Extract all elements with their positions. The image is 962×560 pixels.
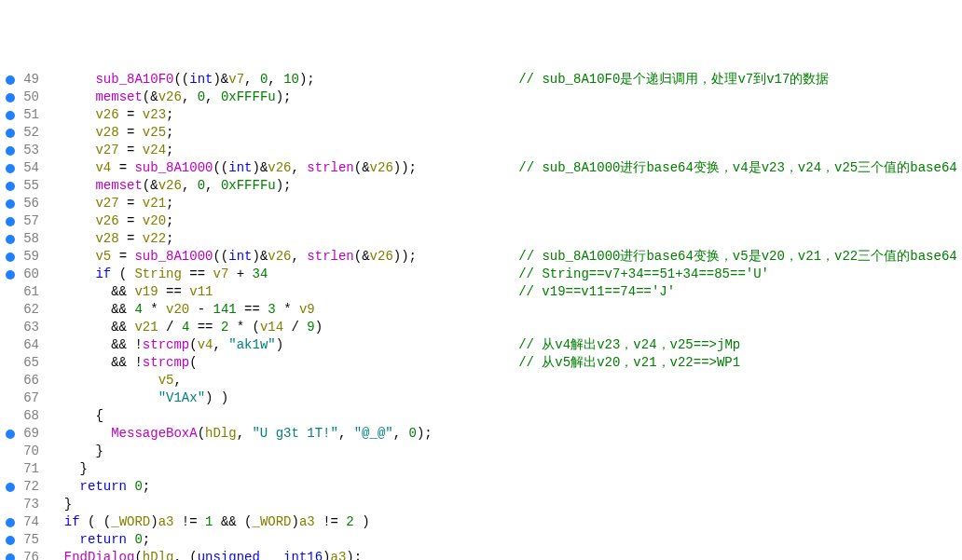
line-number-row: 69 — [0, 425, 45, 443]
line-number: 70 — [21, 443, 39, 460]
line-number-row: 56 — [0, 195, 45, 212]
line-number: 49 — [21, 71, 39, 89]
code-line[interactable]: v4 = sub_8A1000((int)&v26, strlen(&v26))… — [48, 159, 962, 177]
code-line[interactable]: v28 = v22; — [48, 230, 962, 248]
breakpoint-marker[interactable] — [6, 235, 15, 244]
code-line[interactable]: { — [48, 407, 962, 425]
code-line[interactable]: v28 = v25; — [48, 124, 962, 142]
line-number-row: 76 — [0, 549, 45, 560]
line-number: 72 — [21, 478, 39, 496]
line-number-row: 59 — [0, 248, 45, 266]
code-line[interactable]: MessageBoxA(hDlg, "U g3t 1T!", "@_@", 0)… — [48, 425, 962, 443]
line-number: 61 — [21, 283, 39, 301]
code-line[interactable]: "V1Ax") ) — [48, 389, 962, 407]
breakpoint-marker — [6, 341, 15, 350]
code-line[interactable]: v5, — [48, 372, 962, 389]
line-number-row: 63 — [0, 319, 45, 336]
breakpoint-marker — [6, 394, 15, 403]
breakpoint-marker[interactable] — [6, 483, 15, 492]
breakpoint-marker — [6, 306, 15, 315]
line-number-row: 75 — [0, 531, 45, 549]
line-number-row: 61 — [0, 283, 45, 301]
code-line[interactable]: v27 = v21; — [48, 195, 962, 212]
code-line[interactable]: sub_8A10F0((int)&v7, 0, 10); // sub_8A10… — [48, 71, 962, 89]
line-number: 75 — [21, 531, 39, 549]
line-number: 68 — [21, 407, 39, 425]
line-number-row: 53 — [0, 142, 45, 159]
breakpoint-marker[interactable] — [6, 270, 15, 280]
line-number-row: 58 — [0, 230, 45, 248]
breakpoint-marker[interactable] — [6, 553, 15, 561]
line-number-row: 68 — [0, 407, 45, 425]
code-editor[interactable]: 4950515253545556575859606162636465666768… — [0, 71, 962, 560]
line-number: 73 — [21, 496, 39, 513]
line-number-row: 50 — [0, 89, 45, 106]
code-line[interactable]: v5 = sub_8A1000((int)&v26, strlen(&v26))… — [48, 248, 962, 266]
code-line[interactable]: && 4 * v20 - 141 == 3 * v9 — [48, 301, 962, 319]
line-number-row: 60 — [0, 266, 45, 283]
line-number-row: 51 — [0, 106, 45, 124]
line-number: 69 — [21, 425, 39, 443]
line-number: 65 — [21, 354, 39, 372]
line-number: 62 — [21, 301, 39, 319]
breakpoint-marker[interactable] — [6, 217, 15, 226]
breakpoint-marker[interactable] — [6, 93, 15, 102]
breakpoint-marker[interactable] — [6, 199, 15, 209]
breakpoint-marker[interactable] — [6, 146, 15, 156]
line-number: 71 — [21, 460, 39, 478]
breakpoint-marker — [6, 376, 15, 386]
line-number: 53 — [21, 142, 39, 159]
line-number-row: 74 — [0, 513, 45, 531]
line-number: 59 — [21, 248, 39, 266]
breakpoint-marker[interactable] — [6, 75, 15, 85]
line-number: 60 — [21, 266, 39, 283]
code-area[interactable]: sub_8A10F0((int)&v7, 0, 10); // sub_8A10… — [45, 71, 962, 560]
breakpoint-marker — [6, 447, 15, 457]
line-number: 64 — [21, 336, 39, 354]
line-number: 74 — [21, 513, 39, 531]
breakpoint-marker[interactable] — [6, 164, 15, 173]
line-number-row: 49 — [0, 71, 45, 89]
line-number: 55 — [21, 177, 39, 195]
line-number: 51 — [21, 106, 39, 124]
line-number-row: 54 — [0, 159, 45, 177]
line-number-row: 70 — [0, 443, 45, 460]
code-line[interactable]: } — [48, 496, 962, 513]
breakpoint-marker[interactable] — [6, 536, 15, 545]
code-line[interactable]: if ( (_WORD)a3 != 1 && (_WORD)a3 != 2 ) — [48, 513, 962, 531]
code-line[interactable]: && v19 == v11 // v19==v11==74=='J' — [48, 283, 962, 301]
code-line[interactable]: EndDialog(hDlg, (unsigned __int16)a3); — [48, 549, 962, 560]
code-line[interactable]: memset(&v26, 0, 0xFFFFu); — [48, 177, 962, 195]
breakpoint-marker[interactable] — [6, 182, 15, 191]
code-line[interactable]: } — [48, 443, 962, 460]
line-number-row: 73 — [0, 496, 45, 513]
line-number-row: 52 — [0, 124, 45, 142]
line-number: 50 — [21, 89, 39, 106]
line-number-row: 66 — [0, 372, 45, 389]
code-line[interactable]: return 0; — [48, 531, 962, 549]
breakpoint-marker[interactable] — [6, 111, 15, 120]
code-line[interactable]: if ( String == v7 + 34 // String==v7+34=… — [48, 266, 962, 283]
code-line[interactable]: && v21 / 4 == 2 * (v14 / 9) — [48, 319, 962, 336]
line-number: 67 — [21, 389, 39, 407]
line-number-row: 67 — [0, 389, 45, 407]
code-line[interactable]: v26 = v23; — [48, 106, 962, 124]
line-number: 63 — [21, 319, 39, 336]
line-number-row: 72 — [0, 478, 45, 496]
breakpoint-marker — [6, 288, 15, 297]
code-line[interactable]: v26 = v20; — [48, 212, 962, 230]
code-line[interactable]: && !strcmp(v4, "ak1w") // 从v4解出v23，v24，v… — [48, 336, 962, 354]
code-line[interactable]: memset(&v26, 0, 0xFFFFu); — [48, 89, 962, 106]
breakpoint-marker — [6, 465, 15, 474]
code-line[interactable]: v27 = v24; — [48, 142, 962, 159]
line-number-row: 71 — [0, 460, 45, 478]
code-line[interactable]: && !strcmp( // 从v5解出v20，v21，v22==>WP1 — [48, 354, 962, 372]
line-number-row: 57 — [0, 212, 45, 230]
breakpoint-marker[interactable] — [6, 253, 15, 262]
line-number: 58 — [21, 230, 39, 248]
breakpoint-marker[interactable] — [6, 129, 15, 138]
code-line[interactable]: } — [48, 460, 962, 478]
breakpoint-marker[interactable] — [6, 430, 15, 439]
breakpoint-marker[interactable] — [6, 518, 15, 527]
code-line[interactable]: return 0; — [48, 478, 962, 496]
